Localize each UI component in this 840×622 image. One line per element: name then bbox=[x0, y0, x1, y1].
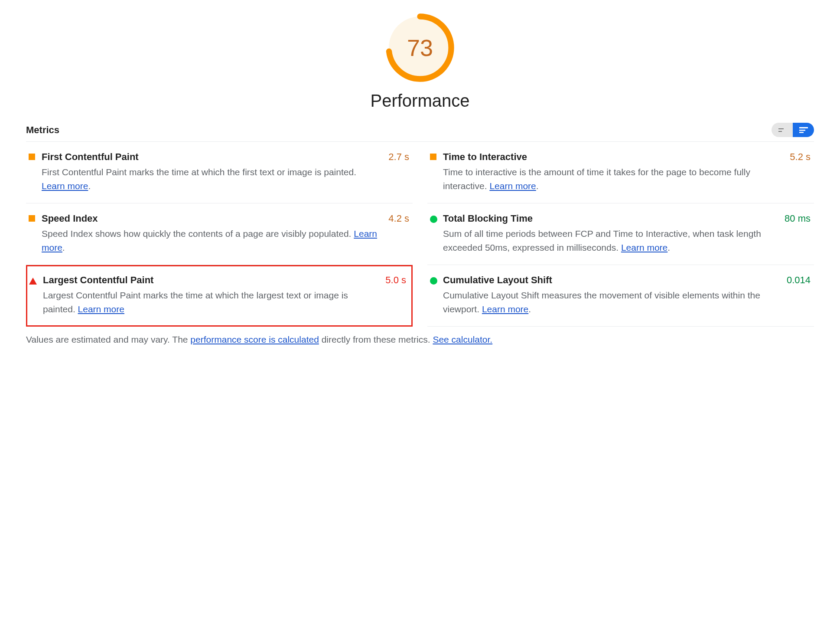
view-toggle bbox=[772, 123, 814, 137]
learn-more-link[interactable]: Learn more bbox=[78, 304, 124, 314]
metric-desc-text: . bbox=[667, 242, 670, 252]
toggle-expanded-view[interactable] bbox=[793, 123, 814, 137]
footnote: Values are estimated and may vary. The p… bbox=[26, 334, 814, 345]
metric-description: First Contentful Paint marks the time at… bbox=[42, 165, 380, 193]
learn-more-link[interactable]: Learn more bbox=[42, 181, 88, 191]
square-icon bbox=[430, 154, 436, 160]
metric-row: Total Blocking Time80 ms bbox=[443, 213, 811, 224]
score-value: 73 bbox=[385, 13, 455, 82]
square-icon bbox=[29, 154, 35, 160]
triangle-icon bbox=[29, 278, 37, 285]
metric-name: Speed Index bbox=[42, 213, 98, 224]
toggle-compact-view[interactable] bbox=[772, 123, 793, 137]
metric-row: Largest Contentful Paint5.0 s bbox=[43, 275, 406, 286]
footnote-text: Values are estimated and may vary. The bbox=[26, 334, 190, 344]
metric-name: Cumulative Layout Shift bbox=[443, 275, 552, 286]
metric-description: Cumulative Layout Shift measures the mov… bbox=[443, 288, 781, 316]
circle-icon bbox=[430, 216, 437, 223]
metric-value: 0.014 bbox=[787, 275, 811, 286]
circle-icon bbox=[430, 277, 437, 285]
metric-row: Speed Index4.2 s bbox=[42, 213, 409, 224]
svg-rect-3 bbox=[778, 131, 782, 132]
metric-desc-text: . bbox=[62, 242, 65, 252]
metrics-header: Metrics bbox=[26, 123, 814, 142]
learn-more-link[interactable]: Learn more bbox=[621, 242, 667, 252]
svg-rect-4 bbox=[799, 127, 808, 128]
metric-card: Cumulative Layout Shift0.014Cumulative L… bbox=[427, 265, 814, 327]
metric-desc-text: . bbox=[528, 304, 531, 314]
footnote-link-calculator[interactable]: See calculator. bbox=[433, 334, 492, 344]
metric-name: Total Blocking Time bbox=[443, 213, 533, 224]
metric-card: First Contentful Paint2.7 sFirst Content… bbox=[26, 142, 413, 203]
metric-description: Speed Index shows how quickly the conten… bbox=[42, 227, 380, 254]
footnote-text: directly from these metrics. bbox=[319, 334, 433, 344]
performance-gauge: 73 Performance bbox=[26, 13, 814, 111]
metric-value: 80 ms bbox=[785, 213, 811, 224]
metric-desc-text: . bbox=[536, 181, 539, 191]
footnote-link-calculation[interactable]: performance score is calculated bbox=[190, 334, 319, 344]
metric-desc-text: Sum of all time periods between FCP and … bbox=[443, 229, 761, 252]
gauge-title: Performance bbox=[371, 91, 470, 111]
metric-desc-text: . bbox=[88, 181, 91, 191]
metric-name: Largest Contentful Paint bbox=[43, 275, 153, 286]
section-title: Metrics bbox=[26, 124, 59, 136]
metrics-grid: First Contentful Paint2.7 sFirst Content… bbox=[26, 142, 814, 327]
metric-card: Time to Interactive5.2 sTime to interact… bbox=[427, 142, 814, 203]
metric-card: Total Blocking Time80 msSum of all time … bbox=[427, 203, 814, 265]
svg-rect-5 bbox=[799, 130, 805, 131]
metric-description: Time to interactive is the amount of tim… bbox=[443, 165, 781, 193]
metric-value: 4.2 s bbox=[388, 213, 409, 224]
metric-row: First Contentful Paint2.7 s bbox=[42, 151, 409, 163]
metric-value: 5.2 s bbox=[790, 151, 811, 163]
score-gauge-ring: 73 bbox=[385, 13, 455, 82]
metric-card: Speed Index4.2 sSpeed Index shows how qu… bbox=[26, 203, 413, 265]
square-icon bbox=[29, 215, 35, 222]
metric-card: Largest Contentful Paint5.0 sLargest Con… bbox=[26, 265, 413, 327]
metric-row: Cumulative Layout Shift0.014 bbox=[443, 275, 811, 286]
metric-name: First Contentful Paint bbox=[42, 151, 139, 163]
learn-more-link[interactable]: Learn more bbox=[482, 304, 528, 314]
svg-rect-2 bbox=[778, 128, 784, 129]
metric-value: 2.7 s bbox=[388, 151, 409, 163]
metric-value: 5.0 s bbox=[385, 275, 406, 286]
metric-description: Sum of all time periods between FCP and … bbox=[443, 227, 781, 254]
svg-rect-6 bbox=[799, 132, 804, 133]
metric-desc-text: Speed Index shows how quickly the conten… bbox=[42, 229, 354, 239]
learn-more-link[interactable]: Learn more bbox=[489, 181, 536, 191]
metric-description: Largest Contentful Paint marks the time … bbox=[43, 288, 377, 316]
metric-desc-text: First Contentful Paint marks the time at… bbox=[42, 167, 356, 177]
metric-row: Time to Interactive5.2 s bbox=[443, 151, 811, 163]
metric-name: Time to Interactive bbox=[443, 151, 527, 163]
